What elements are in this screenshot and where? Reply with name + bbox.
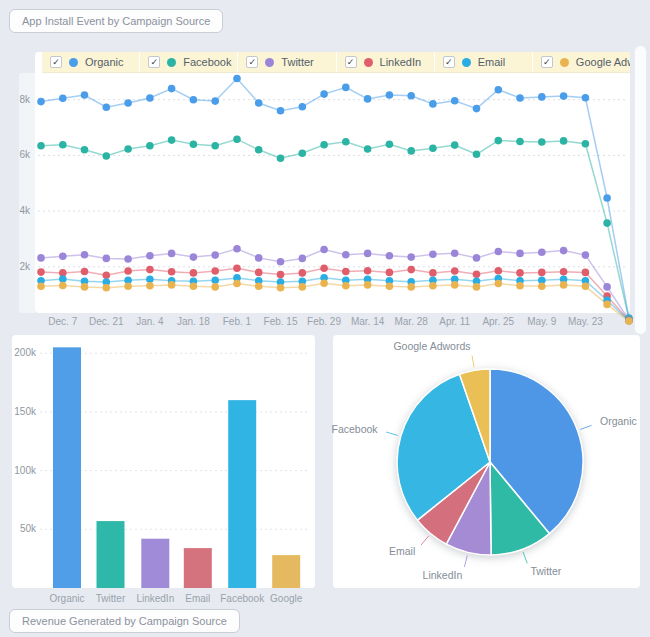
app-install-title-button[interactable]: App Install Event by Campaign Source [9, 9, 223, 33]
data-point-linkedin[interactable] [168, 268, 176, 276]
data-point-facebook[interactable] [59, 141, 67, 149]
data-point-facebook[interactable] [81, 146, 89, 154]
data-point-twitter[interactable] [277, 258, 285, 266]
data-point-twitter[interactable] [299, 255, 307, 263]
data-point-email[interactable] [211, 276, 219, 284]
data-point-organic[interactable] [320, 90, 328, 98]
data-point-linkedin[interactable] [538, 269, 546, 277]
legend-checkbox[interactable]: ✓ [541, 56, 553, 68]
bar-facebook[interactable] [228, 400, 256, 588]
data-point-google-adwords[interactable] [451, 281, 459, 289]
data-point-google-adwords[interactable] [364, 281, 372, 289]
data-point-organic[interactable] [386, 91, 394, 99]
data-point-linkedin[interactable] [233, 264, 241, 272]
data-point-organic[interactable] [473, 105, 481, 113]
data-point-linkedin[interactable] [495, 267, 503, 275]
data-point-twitter[interactable] [211, 251, 219, 259]
legend-item-organic[interactable]: ✓Organic [42, 52, 139, 72]
data-point-organic[interactable] [538, 93, 546, 101]
data-point-facebook[interactable] [342, 138, 350, 146]
data-point-twitter[interactable] [429, 251, 437, 259]
data-point-organic[interactable] [81, 91, 89, 99]
data-point-organic[interactable] [103, 103, 111, 111]
data-point-organic[interactable] [603, 194, 611, 202]
data-point-twitter[interactable] [320, 246, 328, 254]
data-point-google-adwords[interactable] [625, 317, 633, 325]
data-point-twitter[interactable] [59, 252, 67, 260]
data-point-google-adwords[interactable] [429, 282, 437, 290]
bar-linkedin[interactable] [141, 539, 169, 588]
data-point-google-adwords[interactable] [37, 283, 45, 291]
data-point-google-adwords[interactable] [560, 281, 568, 289]
data-point-linkedin[interactable] [342, 268, 350, 276]
data-point-twitter[interactable] [582, 251, 590, 259]
data-point-linkedin[interactable] [516, 269, 524, 277]
data-point-google-adwords[interactable] [386, 283, 394, 291]
legend-checkbox[interactable]: ✓ [246, 56, 258, 68]
data-point-google-adwords[interactable] [124, 283, 132, 291]
legend-item-linkedin[interactable]: ✓LinkedIn [337, 52, 434, 72]
data-point-twitter[interactable] [364, 250, 372, 258]
data-point-organic[interactable] [364, 95, 372, 103]
legend-item-twitter[interactable]: ✓Twitter [238, 52, 335, 72]
data-point-twitter[interactable] [103, 255, 111, 263]
data-point-facebook[interactable] [386, 141, 394, 149]
legend-item-email[interactable]: ✓Email [435, 52, 532, 72]
data-point-facebook[interactable] [451, 141, 459, 149]
data-point-facebook[interactable] [168, 136, 176, 144]
bar-email[interactable] [184, 548, 212, 588]
data-point-facebook[interactable] [277, 154, 285, 162]
data-point-linkedin[interactable] [124, 267, 132, 275]
data-point-organic[interactable] [342, 84, 350, 92]
data-point-organic[interactable] [255, 99, 263, 107]
data-point-google-adwords[interactable] [146, 282, 154, 290]
data-point-facebook[interactable] [538, 138, 546, 146]
data-point-linkedin[interactable] [582, 269, 590, 277]
data-point-facebook[interactable] [407, 147, 415, 155]
data-point-facebook[interactable] [299, 149, 307, 157]
data-point-twitter[interactable] [560, 247, 568, 255]
data-point-twitter[interactable] [255, 254, 263, 262]
legend-checkbox[interactable]: ✓ [148, 56, 160, 68]
data-point-facebook[interactable] [124, 145, 132, 153]
data-point-organic[interactable] [451, 97, 459, 105]
data-point-twitter[interactable] [168, 250, 176, 258]
data-point-google-adwords[interactable] [211, 283, 219, 291]
data-point-linkedin[interactable] [473, 271, 481, 279]
data-point-twitter[interactable] [603, 283, 611, 291]
data-point-linkedin[interactable] [37, 268, 45, 276]
data-point-facebook[interactable] [429, 144, 437, 152]
data-point-linkedin[interactable] [320, 264, 328, 272]
data-point-linkedin[interactable] [103, 271, 111, 279]
data-point-facebook[interactable] [473, 151, 481, 159]
data-point-google-adwords[interactable] [299, 283, 307, 291]
data-point-linkedin[interactable] [364, 267, 372, 275]
data-point-twitter[interactable] [81, 251, 89, 259]
data-point-linkedin[interactable] [211, 267, 219, 275]
vertical-scrollbar[interactable] [634, 45, 647, 335]
data-point-google-adwords[interactable] [342, 282, 350, 290]
data-point-google-adwords[interactable] [103, 284, 111, 292]
legend-item-facebook[interactable]: ✓Facebook [140, 52, 237, 72]
data-point-facebook[interactable] [103, 152, 111, 160]
data-point-organic[interactable] [299, 103, 307, 111]
data-point-google-adwords[interactable] [407, 283, 415, 291]
data-point-linkedin[interactable] [429, 269, 437, 277]
legend-checkbox[interactable]: ✓ [50, 56, 62, 68]
data-point-google-adwords[interactable] [59, 282, 67, 290]
data-point-facebook[interactable] [255, 146, 263, 154]
data-point-facebook[interactable] [233, 135, 241, 143]
data-point-linkedin[interactable] [386, 269, 394, 277]
data-point-google-adwords[interactable] [168, 281, 176, 289]
data-point-organic[interactable] [560, 92, 568, 100]
data-point-facebook[interactable] [495, 137, 503, 145]
data-point-google-adwords[interactable] [582, 283, 590, 291]
data-point-google-adwords[interactable] [603, 301, 611, 309]
data-point-organic[interactable] [124, 99, 132, 107]
data-point-linkedin[interactable] [81, 268, 89, 276]
data-point-google-adwords[interactable] [255, 283, 263, 291]
data-point-linkedin[interactable] [277, 271, 285, 279]
revenue-title-button[interactable]: Revenue Generated by Campaign Source [9, 609, 240, 633]
legend-checkbox[interactable]: ✓ [443, 56, 455, 68]
data-point-google-adwords[interactable] [495, 280, 503, 288]
